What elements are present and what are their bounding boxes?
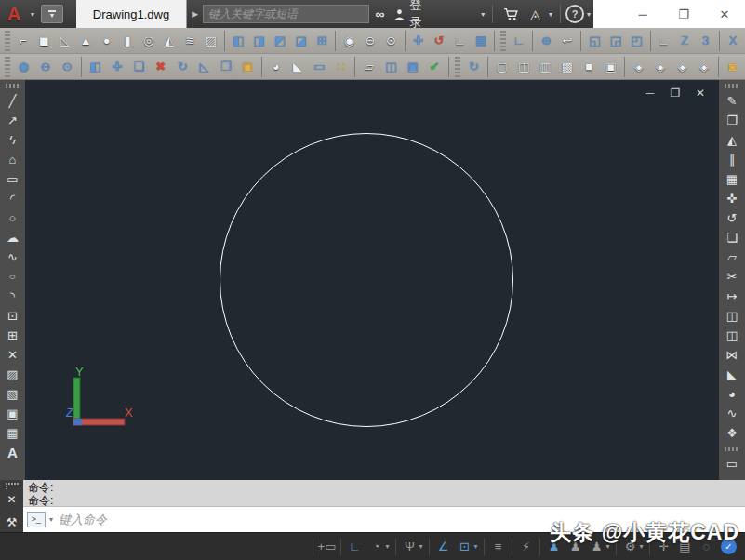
search-binoculars-icon[interactable]: ∞ (369, 7, 390, 21)
ucs-world-icon[interactable]: ⊕ (536, 30, 556, 52)
intersect-icon[interactable]: ⊙ (380, 30, 401, 52)
annotation-monitor-icon[interactable]: ✛ (653, 536, 674, 558)
pyramid-icon[interactable]: ◭ (159, 30, 180, 52)
helix-icon[interactable]: ≋ (180, 30, 200, 52)
vs-hidden-icon[interactable]: ▥ (535, 56, 556, 78)
ucs-zaxis-icon[interactable]: Z (674, 30, 695, 52)
infer-constraints-icon[interactable]: +▭ (316, 536, 338, 558)
isolate-objects-icon[interactable]: ◌ (696, 536, 717, 558)
quick-access-dropdown-button[interactable]: ▼ (41, 5, 63, 23)
polygon-icon[interactable]: ⌂ (3, 150, 23, 169)
break-at-point-icon[interactable]: ◫ (722, 306, 742, 326)
ortho-icon[interactable]: ∟ (344, 536, 366, 558)
quick-properties-icon[interactable]: ▤ (674, 536, 696, 558)
workspace-dropdown-icon[interactable]: ▾ (636, 536, 646, 558)
stretch-icon[interactable]: ▱ (722, 247, 742, 267)
mtext-icon[interactable]: A (3, 443, 23, 462)
osnap-dropdown-icon[interactable]: ▾ (471, 536, 481, 558)
offset-icon[interactable]: ∥ (722, 150, 742, 169)
drawing-close-button[interactable]: ✕ (694, 87, 707, 100)
subtract-solid-icon[interactable]: ⊖ (34, 56, 56, 78)
ucs-view-icon[interactable]: ◰ (626, 30, 646, 52)
command-prompt-button[interactable]: >_ (27, 512, 46, 527)
subtract-icon[interactable]: ⊖ (360, 30, 380, 52)
command-input[interactable] (57, 512, 745, 527)
polyline-icon[interactable]: ϟ (3, 130, 23, 150)
erase-icon[interactable]: ✎ (722, 91, 742, 111)
copy-icon[interactable]: ❐ (722, 111, 742, 130)
logo-dropdown-icon[interactable]: ▾ (28, 10, 37, 19)
rectangle-icon[interactable]: ▭ (3, 169, 23, 189)
line-icon[interactable]: ╱ (3, 91, 23, 111)
vs-sketchy-icon[interactable]: ◈ (650, 56, 672, 78)
point-icon[interactable]: ✕ (3, 345, 23, 365)
wrench-icon[interactable]: ⚒ (7, 515, 18, 529)
presspull-icon[interactable]: ◧ (228, 30, 248, 52)
toolbar-grip[interactable] (455, 57, 460, 77)
move-icon[interactable]: ✜ (722, 189, 742, 208)
toolbar-grip[interactable] (5, 57, 10, 77)
osnap-tracking-icon[interactable]: ∠ (432, 536, 454, 558)
dynamic-ucs-icon[interactable]: ⚡ (515, 536, 537, 558)
copy-edges-icon[interactable]: ▭ (309, 56, 330, 78)
fillet-icon[interactable]: ◕ (722, 384, 742, 404)
rotate-icon[interactable]: ↺ (722, 208, 742, 228)
taper-faces-icon[interactable]: ◺ (193, 56, 215, 78)
toolbar-grip[interactable] (725, 447, 739, 451)
blend-curves-icon[interactable]: ∿ (722, 404, 742, 423)
drawing-circle[interactable] (220, 133, 513, 427)
command-grip[interactable] (6, 483, 19, 489)
visual-styles-manager-icon[interactable]: ↻ (463, 56, 485, 78)
color-faces-icon[interactable]: ▣ (237, 56, 259, 78)
fillet-edge-icon[interactable]: ◕ (265, 56, 286, 78)
ellipse-arc-icon[interactable]: ◝ (3, 287, 23, 306)
ucs-previous-icon[interactable]: ↩ (557, 30, 578, 52)
toolbar-grip[interactable] (5, 31, 10, 51)
circle-icon[interactable]: ○ (3, 208, 23, 228)
command-close-icon[interactable]: ✕ (7, 493, 16, 506)
construction-line-icon[interactable]: ↗ (3, 111, 23, 130)
vs-gray-icon[interactable]: ◈ (628, 56, 649, 78)
autoscale-icon[interactable]: ♟ (565, 536, 586, 558)
ucs-origin-icon[interactable]: ∟ (653, 30, 673, 52)
region-icon[interactable]: ▣ (3, 404, 23, 423)
ellipse-icon[interactable]: ○ (3, 271, 23, 283)
help-dropdown-icon[interactable]: ▾ (584, 10, 593, 19)
isodraft-dropdown-icon[interactable]: ▾ (416, 536, 426, 558)
render-icon[interactable]: ◙ (722, 56, 743, 78)
sweep-icon[interactable]: ◨ (249, 30, 270, 52)
vs-other-icon[interactable]: ◈ (693, 56, 714, 78)
a360-icon[interactable]: ◬ (525, 7, 546, 21)
vs-2dwireframe-icon[interactable]: ▢ (491, 56, 512, 78)
rotate-faces-icon[interactable]: ↻ (171, 56, 193, 78)
drawing-restore-button[interactable]: ❐ (669, 87, 682, 100)
close-button[interactable]: ✕ (704, 7, 745, 21)
vs-xray-icon[interactable]: ◈ (672, 56, 693, 78)
annotation-scale-dropdown-icon[interactable]: ▾ (603, 536, 613, 558)
command-history[interactable]: 命令: 命令: (23, 480, 745, 507)
explode-icon[interactable]: ❖ (722, 423, 742, 443)
wedge-icon[interactable]: ◺ (55, 30, 75, 52)
revolve-icon[interactable]: ◩ (270, 30, 290, 52)
mirror-icon[interactable]: ◭ (722, 130, 742, 150)
vs-shaded-edges-icon[interactable]: ▣ (600, 56, 621, 78)
search-input[interactable] (203, 5, 369, 23)
polysolid-icon[interactable]: ⌐ (13, 30, 33, 52)
torus-icon[interactable]: ◎ (138, 30, 158, 52)
planar-surface-icon[interactable]: ▨ (201, 30, 221, 52)
ucs-icon[interactable]: Y X Z (66, 367, 168, 439)
insert-block-icon[interactable]: ⊡ (3, 306, 23, 326)
array-icon[interactable]: ▦ (722, 169, 742, 189)
make-block-icon[interactable]: ⊞ (3, 326, 23, 345)
vs-wireframe-icon[interactable]: ◫ (512, 56, 534, 78)
tab-scroll-arrow-icon[interactable]: ▶ (187, 9, 203, 19)
help-icon[interactable]: ? (565, 5, 584, 23)
toolbar-grip[interactable] (6, 84, 20, 88)
scale-icon[interactable]: ❏ (722, 228, 742, 247)
delete-faces-icon[interactable]: ✖ (150, 56, 171, 78)
chamfer-edge-icon[interactable]: ◣ (286, 56, 308, 78)
minimize-button[interactable]: ─ (622, 7, 663, 21)
hatch-icon[interactable]: ▨ (3, 365, 23, 384)
ucs-object-icon[interactable]: ◲ (605, 30, 626, 52)
gradient-icon[interactable]: ▧ (3, 384, 23, 404)
